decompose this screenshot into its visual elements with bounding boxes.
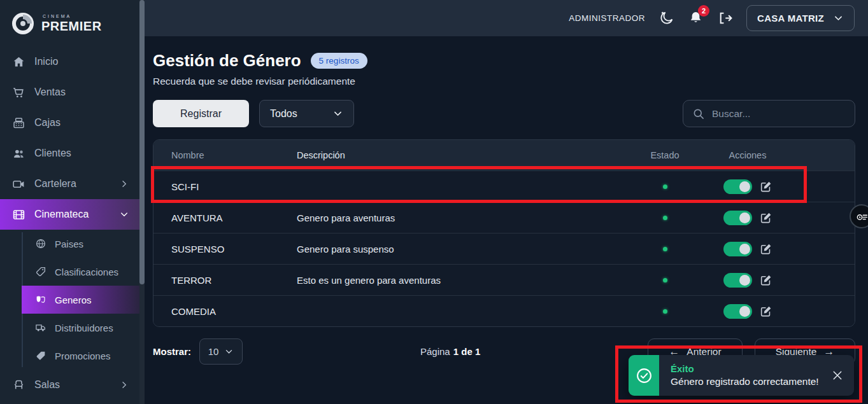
sidebar-item-label: Cinemateca	[34, 209, 89, 220]
page-size-value: 10	[208, 346, 219, 357]
sidebar-item-ventas[interactable]: Ventas	[0, 77, 139, 108]
genre-description: Genero para aventuras	[297, 212, 633, 223]
topbar: ADMINISTRADOR 2 CASA MATRIZ	[145, 0, 868, 36]
column-header-acciones: Acciones	[697, 150, 799, 160]
edit-icon[interactable]	[759, 211, 772, 225]
genre-description: Esto es un genero para aventuras	[297, 275, 633, 286]
sidebar-item-label: Ventas	[34, 87, 66, 98]
sidebar-item-promociones[interactable]: Promociones	[22, 342, 139, 370]
cinemateca-submenu: Paises Clasificaciones Generos Distribui…	[22, 230, 139, 370]
genres-table: Nombre Descripción Estado Acciones SCI-F…	[153, 139, 855, 327]
sidebar-item-salas[interactable]: Salas	[0, 370, 139, 400]
sidebar-item-label: Cartelera	[34, 178, 76, 190]
table-row: TERROR Esto es un genero para aventuras	[153, 264, 855, 295]
truck-icon	[35, 322, 46, 333]
branch-selector-label: CASA MATRIZ	[757, 13, 824, 24]
brand-name-bottom: PREMIER	[41, 20, 102, 32]
status-dot	[663, 278, 667, 282]
page-size-select[interactable]: 10	[199, 338, 243, 365]
genre-name: SUSPENSO	[171, 244, 297, 254]
search-input[interactable]	[712, 108, 846, 120]
check-circle-icon	[636, 367, 653, 384]
status-dot	[663, 247, 667, 251]
column-header-estado: Estado	[633, 150, 697, 160]
genre-description: Genero para suspenso	[297, 244, 633, 254]
column-header-descripcion: Descripción	[297, 150, 633, 160]
page-info-label: Página	[420, 346, 450, 357]
chevron-down-icon	[833, 13, 844, 24]
page-subtitle: Recuerda que se debe revisar periódicame…	[153, 76, 355, 87]
sidebar-item-distribuidores[interactable]: Distribuidores	[22, 314, 139, 342]
dark-mode-moon-icon[interactable]	[658, 10, 674, 26]
table-row: AVENTURA Genero para aventuras	[153, 202, 855, 233]
active-toggle[interactable]	[723, 304, 752, 319]
sidebar-item-cinemateca[interactable]: Cinemateca	[0, 199, 139, 230]
seat-icon	[12, 379, 25, 392]
status-dot	[663, 309, 667, 314]
filter-select-value: Todos	[270, 108, 297, 120]
chevron-right-icon	[119, 380, 129, 390]
column-header-nombre: Nombre	[171, 150, 297, 160]
tag-icon	[35, 350, 46, 361]
sidebar-item-label: Generos	[55, 295, 92, 305]
brand-logo[interactable]: CINEMA PREMIER	[0, 0, 139, 46]
toast-accent-bar	[629, 355, 659, 396]
sidebar-item-generos[interactable]: Generos	[22, 286, 139, 314]
search-box	[683, 100, 855, 127]
sidebar: CINEMA PREMIER Inicio Ventas Cajas Clien…	[0, 0, 139, 404]
active-toggle[interactable]	[723, 211, 752, 225]
sidebar-item-clientes[interactable]: Clientes	[0, 138, 139, 169]
page-info: Página 1 de 1	[420, 338, 480, 365]
chevron-down-icon	[119, 209, 129, 219]
table-row: SUSPENSO Genero para suspenso	[153, 233, 855, 264]
cart-icon	[12, 86, 25, 99]
status-dot	[663, 185, 667, 189]
sidebar-item-cartelera[interactable]: Cartelera	[0, 169, 139, 199]
sidebar-item-cajas[interactable]: Cajas	[0, 108, 139, 138]
sidebar-item-label: Clientes	[34, 148, 71, 159]
sidebar-item-paises[interactable]: Paises	[22, 230, 139, 258]
notifications-bell-icon[interactable]: 2	[688, 10, 704, 26]
film-icon	[12, 208, 25, 221]
sidebar-item-label: Distribuidores	[55, 323, 113, 333]
filter-select[interactable]: Todos	[259, 100, 354, 127]
page-title: Gestión de Género	[153, 51, 301, 71]
users-icon	[12, 147, 25, 160]
active-toggle[interactable]	[723, 179, 752, 194]
genre-name: COMEDIA	[171, 306, 297, 317]
toast-close-icon[interactable]	[821, 370, 854, 381]
tag-icon	[35, 266, 46, 277]
video-camera-icon	[12, 178, 25, 191]
edit-icon[interactable]	[759, 242, 772, 256]
notification-count-badge: 2	[698, 5, 709, 17]
genre-name: AVENTURA	[171, 212, 297, 223]
sidebar-item-label: Paises	[55, 239, 83, 249]
branch-selector-button[interactable]: CASA MATRIZ	[746, 5, 855, 31]
edit-icon[interactable]	[759, 305, 772, 318]
table-row: SCI-FI	[153, 171, 855, 202]
chevron-down-icon	[224, 347, 234, 356]
sidebar-item-inicio[interactable]: Inicio	[0, 46, 139, 77]
sidebar-scrollbar-thumb[interactable]	[139, 0, 145, 284]
toast-title: Éxito	[671, 363, 819, 374]
active-toggle[interactable]	[723, 242, 752, 256]
edit-icon[interactable]	[759, 180, 772, 193]
sidebar-item-label: Promociones	[55, 351, 111, 361]
sidebar-item-label: Salas	[34, 379, 60, 391]
logout-icon[interactable]	[717, 10, 733, 26]
register-button[interactable]: Registrar	[153, 100, 249, 127]
sidebar-item-clasificaciones[interactable]: Clasificaciones	[22, 258, 139, 286]
sidebar-item-label: Clasificaciones	[55, 267, 118, 277]
toast-message: Género registrado correctamente!	[671, 376, 819, 387]
theater-masks-icon	[35, 294, 46, 305]
table-row: COMEDIA	[153, 295, 855, 326]
success-toast: Éxito Género registrado correctamente!	[629, 355, 854, 396]
edit-icon[interactable]	[759, 274, 772, 287]
sidebar-item-label: Inicio	[34, 56, 58, 67]
table-header-row: Nombre Descripción Estado Acciones	[153, 140, 855, 171]
search-icon	[692, 108, 705, 120]
active-toggle[interactable]	[723, 273, 752, 288]
cash-register-icon	[12, 116, 25, 130]
form-options-icon	[855, 210, 868, 223]
records-count-badge: 5 registros	[311, 53, 367, 69]
